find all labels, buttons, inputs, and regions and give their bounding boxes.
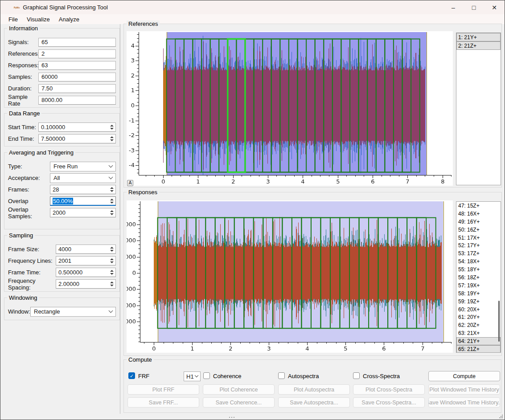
- list-item[interactable]: 52: 17Y+: [456, 241, 501, 249]
- list-item[interactable]: 64: 21Y+: [456, 337, 501, 345]
- references-plot-canvas[interactable]: [127, 31, 453, 186]
- frame-size-spinbox[interactable]: 4000: [56, 245, 116, 254]
- responses-plot-canvas[interactable]: [127, 200, 453, 353]
- acceptance-select[interactable]: All: [50, 173, 116, 183]
- duration-field[interactable]: 7.50: [38, 84, 116, 93]
- list-item[interactable]: 54: 18X+: [456, 257, 501, 265]
- spinner-arrows-icon[interactable]: [108, 208, 115, 217]
- responses-field[interactable]: 63: [38, 61, 116, 70]
- references-title: References: [127, 20, 160, 27]
- list-item[interactable]: 48: 16X+: [456, 210, 501, 218]
- list-item[interactable]: 57: 19X+: [456, 281, 501, 290]
- plot-windowed-time-history-button[interactable]: Plot Windowed Time History: [428, 384, 500, 395]
- frame-time-spinbox[interactable]: 0.500000: [56, 268, 116, 277]
- frequency-spacing-spinbox[interactable]: 2.00000: [56, 279, 116, 289]
- type-select[interactable]: Free Run: [50, 162, 116, 171]
- autospectra-checkbox[interactable]: [278, 372, 285, 379]
- windowing-title: Windowing: [7, 294, 39, 301]
- spinner-arrows-icon[interactable]: [108, 185, 115, 194]
- cross-spectra-label: Cross-Spectra: [363, 373, 400, 379]
- list-item[interactable]: 53: 17Z+: [456, 249, 501, 257]
- window-title: Graphical Signal Processing Tool: [23, 4, 108, 11]
- list-item[interactable]: 1: 21Y+: [456, 33, 501, 41]
- data-range-title: Data Range: [7, 110, 41, 117]
- resize-grip-icon[interactable]: [499, 414, 503, 419]
- menu-visualize[interactable]: Visualize: [22, 15, 54, 24]
- cross-spectra-checkbox[interactable]: [353, 372, 360, 379]
- frequency-lines-spinbox[interactable]: 2001: [56, 256, 116, 265]
- frames-spinbox[interactable]: 28: [50, 185, 116, 194]
- coherence-checkbox[interactable]: [203, 372, 210, 379]
- compute-title: Compute: [127, 356, 154, 363]
- save-autospectra-button[interactable]: Save Autospectra...: [278, 397, 350, 408]
- save-cross-spectra-button[interactable]: Save Cross-Spectra...: [353, 397, 425, 408]
- save-frf-button[interactable]: Save FRF...: [127, 397, 199, 408]
- minimize-button[interactable]: –: [443, 0, 464, 14]
- spinner-arrows-icon[interactable]: [108, 268, 115, 277]
- menu-analyze[interactable]: Analyze: [54, 15, 84, 24]
- list-item[interactable]: 49: 16Y+: [456, 218, 501, 226]
- settings-panel: Information Signals:65 References:2 Resp…: [4, 24, 120, 414]
- spinner-arrows-icon[interactable]: [108, 280, 115, 288]
- save-windowed-time-history-button[interactable]: Save Windowed Time History...: [428, 397, 500, 408]
- frequency-lines-label: Frequency Lines:: [8, 257, 56, 264]
- averaging-title: Averaging and Triggering: [7, 149, 75, 156]
- list-item[interactable]: 59: 19Z+: [456, 298, 501, 306]
- close-button[interactable]: ✕: [484, 0, 505, 14]
- frf-checkbox[interactable]: ✓: [128, 372, 135, 379]
- list-item[interactable]: 55: 18Y+: [456, 265, 501, 273]
- list-item[interactable]: 62: 20Z+: [456, 321, 501, 329]
- signals-field[interactable]: 65: [38, 38, 116, 47]
- information-title: Information: [7, 25, 40, 32]
- coherence-label: Coherence: [213, 373, 242, 379]
- end-time-spinbox[interactable]: 7.500000: [38, 134, 116, 143]
- list-item[interactable]: 50: 16Z+: [456, 226, 501, 234]
- references-list[interactable]: 1: 21Y+ 2: 21Z+: [456, 33, 501, 185]
- save-coherence-button[interactable]: Save Coherence...: [203, 397, 275, 408]
- overlap-samples-spinbox[interactable]: 2000: [50, 208, 116, 217]
- list-item[interactable]: 65: 21Z+: [456, 345, 501, 353]
- plot-frf-button[interactable]: Plot FRF: [127, 384, 199, 395]
- list-item[interactable]: 58: 19Y+: [456, 290, 501, 298]
- menu-file[interactable]: File: [4, 15, 22, 24]
- frame-size-label: Frame Size:: [8, 246, 56, 253]
- sample-rate-field[interactable]: 8000.00: [38, 96, 116, 105]
- references-field[interactable]: 2: [38, 49, 116, 58]
- duration-label: Duration:: [8, 85, 38, 92]
- plot-cross-spectra-button[interactable]: Plot Cross-Spectra: [353, 384, 425, 395]
- compute-button[interactable]: Compute: [428, 371, 500, 381]
- signals-label: Signals:: [8, 39, 38, 45]
- menubar: File Visualize Analyze: [0, 14, 505, 24]
- list-item[interactable]: 56: 18Z+: [456, 273, 501, 281]
- list-item[interactable]: 63: 21X+: [456, 329, 501, 337]
- responses-plot[interactable]: [127, 200, 453, 353]
- spinner-arrows-icon[interactable]: [108, 123, 115, 131]
- references-plot[interactable]: A: [127, 31, 453, 186]
- list-item[interactable]: 60: 20X+: [456, 306, 501, 314]
- spinner-arrows-icon[interactable]: [108, 135, 115, 143]
- start-time-spinbox[interactable]: 0.100000: [38, 122, 116, 132]
- autoscale-button[interactable]: A: [127, 180, 133, 186]
- list-item[interactable]: 2: 21Z+: [456, 41, 501, 50]
- estimator-select[interactable]: H1: [184, 371, 201, 381]
- maximize-button[interactable]: □: [464, 0, 484, 14]
- list-item[interactable]: 51: 17X+: [456, 234, 501, 242]
- list-item[interactable]: 61: 20Y+: [456, 313, 501, 321]
- titlebar: PyMo Graphical Signal Processing Tool – …: [0, 0, 505, 14]
- samples-field[interactable]: 60000: [38, 73, 116, 82]
- spinner-arrows-icon[interactable]: [108, 245, 115, 253]
- plot-coherence-button[interactable]: Plot Coherence: [203, 384, 275, 395]
- overlap-spinbox[interactable]: 50.00%: [50, 196, 116, 206]
- spinner-arrows-icon[interactable]: [108, 257, 115, 265]
- sampling-group: Sampling Frame Size: 4000 Frequency Line…: [4, 235, 120, 292]
- scrollbar-thumb[interactable]: [498, 301, 500, 342]
- averaging-group: Averaging and Triggering Type: Free Run …: [4, 152, 120, 229]
- references-group: References A 1: 21Y+ 2: 21Z+: [123, 24, 502, 188]
- window-select[interactable]: Rectangle: [30, 307, 116, 317]
- spinner-arrows-icon[interactable]: [108, 197, 115, 205]
- responses-list[interactable]: 47: 15Z+ 48: 16X+ 49: 16Y+ 50: 16Z+ 51: …: [456, 201, 501, 353]
- plot-autospectra-button[interactable]: Plot Autospectra: [278, 384, 350, 395]
- list-item[interactable]: 47: 15Z+: [456, 202, 501, 210]
- overlap-label: Overlap: [8, 198, 50, 204]
- splitter-handle-icon[interactable]: [229, 416, 235, 418]
